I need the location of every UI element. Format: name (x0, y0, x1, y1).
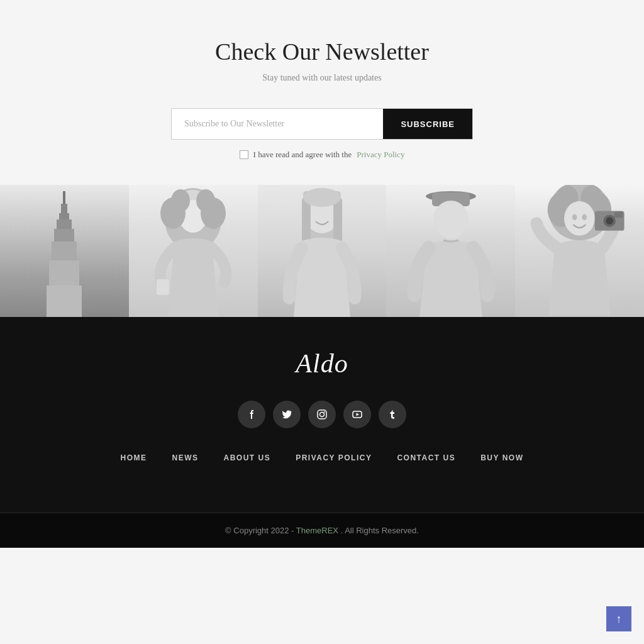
footer-nav-home[interactable]: HOME (121, 453, 147, 462)
footer-nav: HOME NEWS ABOUT US PRIVACY POLICY CONTAC… (13, 453, 631, 462)
svg-point-14 (196, 189, 215, 212)
svg-rect-19 (333, 197, 342, 245)
scroll-top-icon: ↑ (616, 613, 622, 626)
svg-rect-35 (614, 212, 623, 218)
images-strip (0, 185, 644, 317)
person-svg-3 (394, 185, 508, 317)
privacy-text: I have read and agree with the (253, 150, 352, 160)
svg-rect-36 (318, 410, 326, 419)
logo-text: Aldo (296, 349, 348, 378)
footer-nav-about[interactable]: ABOUT US (224, 453, 271, 462)
footer-nav-contact[interactable]: CONTACT US (397, 453, 455, 462)
building-svg (45, 191, 83, 317)
person-svg-2 (265, 185, 379, 317)
copyright-text-before: © Copyright 2022 - (225, 526, 294, 535)
svg-rect-7 (47, 286, 82, 317)
svg-point-34 (606, 217, 614, 225)
svg-rect-15 (157, 279, 169, 295)
copyright-bar: © Copyright 2022 - ThemeREX . All Rights… (0, 513, 644, 548)
svg-rect-2 (59, 213, 69, 219)
instagram-icon[interactable] (308, 401, 336, 428)
youtube-icon[interactable] (343, 401, 371, 428)
svg-rect-6 (49, 260, 79, 286)
privacy-policy-link[interactable]: Privacy Policy (357, 150, 404, 160)
svg-marker-40 (357, 413, 360, 416)
copyright-brand-link[interactable]: ThemeREX (296, 526, 338, 535)
svg-rect-4 (54, 229, 74, 242)
newsletter-section: Check Our Newsletter Stay tuned with our… (0, 0, 644, 185)
image-panel-woman-camera (515, 185, 644, 317)
footer-logo: Aldo (13, 348, 631, 379)
svg-point-23 (433, 201, 469, 238)
scroll-top-button[interactable]: ↑ (606, 606, 631, 631)
image-panel-woman-blonde (258, 185, 387, 317)
twitter-icon[interactable] (273, 401, 301, 428)
image-panel-woman-curly (129, 185, 258, 317)
person-svg-4 (515, 185, 644, 317)
svg-point-37 (320, 413, 325, 417)
newsletter-subtitle: Stay tuned with our latest updates (13, 73, 631, 83)
svg-point-13 (171, 189, 190, 212)
svg-point-30 (572, 214, 577, 220)
social-icons-row (13, 401, 631, 428)
svg-rect-0 (63, 191, 65, 204)
svg-rect-1 (61, 204, 67, 213)
footer-nav-privacy[interactable]: PRIVACY POLICY (296, 453, 372, 462)
footer: Aldo (0, 317, 644, 513)
svg-rect-3 (57, 219, 72, 229)
svg-point-38 (324, 411, 325, 413)
image-panel-man-hat (386, 185, 515, 317)
svg-rect-18 (302, 197, 311, 245)
person-svg-1 (136, 185, 250, 317)
image-panel-building (0, 185, 129, 317)
footer-nav-buy[interactable]: BUY NOW (480, 453, 523, 462)
privacy-checkbox[interactable] (240, 150, 248, 159)
newsletter-form: SUBSCRIBE (171, 108, 473, 140)
svg-point-29 (564, 201, 595, 236)
copyright-text-after: . All Rights Reserved. (341, 526, 419, 535)
newsletter-title: Check Our Newsletter (13, 38, 631, 65)
svg-rect-5 (52, 242, 77, 260)
footer-nav-news[interactable]: NEWS (172, 453, 199, 462)
svg-point-20 (303, 188, 341, 207)
svg-point-31 (582, 214, 587, 220)
subscribe-button[interactable]: SUBSCRIBE (383, 109, 472, 139)
tumblr-icon[interactable] (379, 401, 406, 428)
privacy-check-row: I have read and agree with the Privacy P… (13, 150, 631, 160)
newsletter-input[interactable] (172, 109, 383, 139)
facebook-icon[interactable] (238, 401, 265, 428)
